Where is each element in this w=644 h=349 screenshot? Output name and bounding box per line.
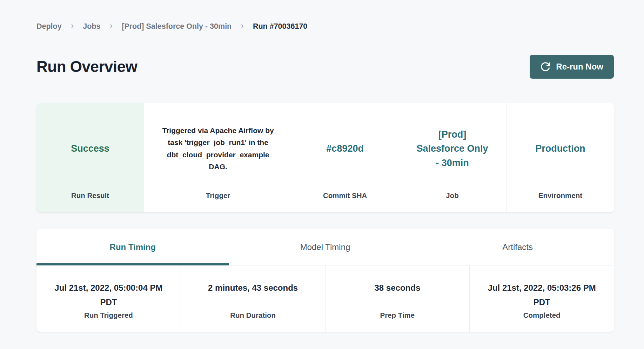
environment-value-wrap: Production bbox=[515, 112, 605, 191]
summary-card-environment: Production Environment bbox=[507, 103, 614, 212]
environment-label: Environment bbox=[515, 191, 605, 200]
job-link[interactable]: [Prod] Salesforce Only - 30min bbox=[414, 127, 491, 170]
environment-link[interactable]: Production bbox=[535, 141, 585, 156]
job-label: Job bbox=[407, 191, 498, 200]
summary-card-job: [Prod] Salesforce Only - 30min Job bbox=[398, 103, 507, 212]
summary-card-trigger: Triggered via Apache Airflow by task 'tr… bbox=[144, 103, 292, 212]
commit-sha-label: Commit SHA bbox=[301, 191, 389, 200]
run-summary-cards: Success Run Result Triggered via Apache … bbox=[36, 103, 614, 212]
breadcrumb-separator-icon: › bbox=[71, 21, 74, 30]
page-header: Run Overview Re-run Now bbox=[36, 55, 614, 79]
breadcrumb-separator-icon: › bbox=[110, 21, 113, 30]
rerun-button-label: Re-run Now bbox=[556, 62, 603, 72]
active-tab-underline bbox=[36, 263, 229, 265]
run-overview-page: Deploy › Jobs › [Prod] Salesforce Only -… bbox=[36, 0, 614, 332]
run-result-value-wrap: Success bbox=[45, 112, 135, 191]
tab-artifacts[interactable]: Artifacts bbox=[421, 229, 614, 265]
trigger-label: Trigger bbox=[153, 191, 283, 200]
tab-run-timing-label: Run Timing bbox=[110, 242, 156, 252]
run-duration-label: Run Duration bbox=[230, 311, 276, 320]
tab-run-timing[interactable]: Run Timing bbox=[36, 229, 229, 265]
breadcrumb-item-job-name[interactable]: [Prod] Salesforce Only - 30min bbox=[122, 22, 232, 31]
trigger-value-wrap: Triggered via Apache Airflow by task 'tr… bbox=[153, 112, 283, 191]
run-duration-value: 2 minutes, 43 seconds bbox=[208, 281, 298, 311]
commit-sha-link[interactable]: #c8920d bbox=[326, 141, 364, 156]
run-timing-cards: Jul 21st, 2022, 05:00:04 PM PDT Run Trig… bbox=[36, 265, 614, 332]
rerun-now-button[interactable]: Re-run Now bbox=[530, 55, 614, 79]
trigger-value: Triggered via Apache Airflow by task 'tr… bbox=[159, 125, 277, 172]
breadcrumb-separator-icon: › bbox=[241, 21, 244, 30]
run-detail-panel: Run Timing Model Timing Artifacts Jul 21… bbox=[36, 229, 614, 332]
tab-model-timing[interactable]: Model Timing bbox=[229, 229, 422, 265]
timing-card-completed: Jul 21st, 2022, 05:03:26 PM PDT Complete… bbox=[470, 265, 614, 332]
run-triggered-value: Jul 21st, 2022, 05:00:04 PM PDT bbox=[50, 281, 167, 311]
summary-card-commit-sha: #c8920d Commit SHA bbox=[292, 103, 398, 212]
commit-sha-value-wrap: #c8920d bbox=[301, 112, 389, 191]
tab-artifacts-label: Artifacts bbox=[502, 242, 533, 252]
prep-time-value: 38 seconds bbox=[375, 281, 421, 311]
run-triggered-label: Run Triggered bbox=[84, 311, 133, 320]
tab-bar: Run Timing Model Timing Artifacts bbox=[36, 229, 614, 265]
breadcrumb-item-run-number: Run #70036170 bbox=[253, 22, 307, 31]
job-value-wrap: [Prod] Salesforce Only - 30min bbox=[407, 112, 498, 191]
page-title: Run Overview bbox=[36, 58, 137, 75]
completed-value: Jul 21st, 2022, 05:03:26 PM PDT bbox=[483, 281, 601, 311]
timing-card-prep-time: 38 seconds Prep Time bbox=[326, 265, 470, 332]
timing-card-run-triggered: Jul 21st, 2022, 05:00:04 PM PDT Run Trig… bbox=[36, 265, 181, 332]
run-result-value: Success bbox=[71, 141, 109, 156]
run-result-label: Run Result bbox=[45, 191, 135, 200]
prep-time-label: Prep Time bbox=[380, 311, 415, 320]
breadcrumb-item-deploy[interactable]: Deploy bbox=[36, 22, 62, 31]
summary-card-run-result: Success Run Result bbox=[36, 103, 144, 212]
tab-model-timing-label: Model Timing bbox=[300, 242, 350, 252]
timing-card-run-duration: 2 minutes, 43 seconds Run Duration bbox=[181, 265, 326, 332]
completed-label: Completed bbox=[523, 311, 561, 320]
breadcrumb: Deploy › Jobs › [Prod] Salesforce Only -… bbox=[36, 22, 614, 31]
rerun-refresh-icon bbox=[540, 61, 551, 72]
breadcrumb-item-jobs[interactable]: Jobs bbox=[83, 22, 100, 31]
